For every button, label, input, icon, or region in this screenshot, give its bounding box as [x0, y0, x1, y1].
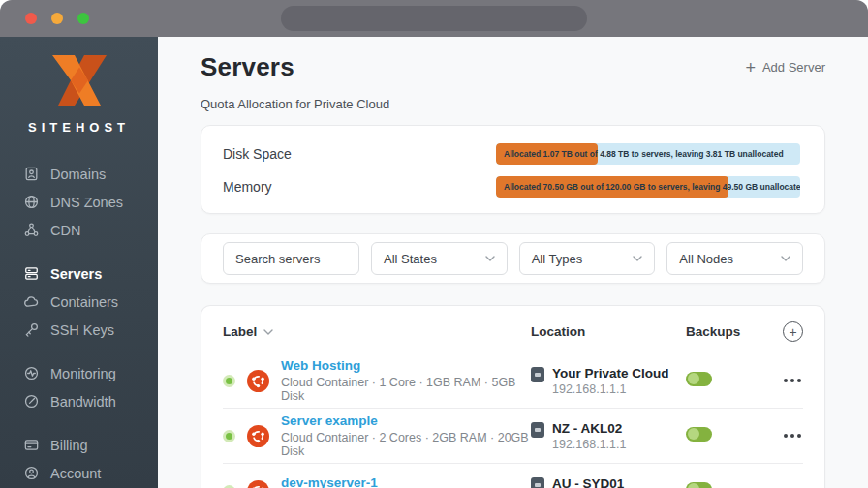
quota-card: Disk Space Allocated 1.07 TB out of 4.88…	[201, 125, 825, 214]
status-online-icon	[223, 430, 235, 442]
sidebar-item-domains[interactable]: Domains	[23, 160, 158, 188]
row-actions-menu[interactable]	[773, 434, 803, 438]
backups-toggle[interactable]	[686, 482, 712, 488]
quota-label: Disk Space	[223, 146, 292, 162]
id-card-icon	[23, 166, 40, 182]
plus-icon: +	[745, 59, 756, 76]
nodes-filter-value: All Nodes	[679, 252, 733, 266]
sidebar-item-servers[interactable]: Servers	[23, 259, 158, 288]
column-backups-text: Backups	[686, 324, 740, 339]
quota-row-disk: Disk Space Allocated 1.07 TB out of 4.88…	[223, 143, 800, 165]
table-row: dev-myserver-1 Linux VPS · 2 Cores · 3GB…	[202, 464, 824, 488]
ubuntu-logo-icon	[247, 370, 269, 392]
location-ip: 192.168.1.1.1	[552, 438, 626, 451]
ubuntu-logo-icon	[247, 425, 269, 447]
sidebar-item-label: Billing	[50, 438, 88, 453]
server-name-link[interactable]: Web Hosting	[281, 358, 531, 373]
sidebar-item-label: DNS Zones	[50, 195, 123, 210]
table-row: Web Hosting Cloud Container · 1 Core · 1…	[202, 353, 824, 408]
ubuntu-logo-icon	[247, 480, 269, 488]
location-name: NZ - AKL02	[552, 421, 626, 436]
minimize-window-button[interactable]	[51, 13, 63, 24]
add-server-button[interactable]: + Add Server	[745, 59, 825, 76]
window-controls	[25, 13, 89, 24]
disk-quota-text: Allocated 1.07 TB out of 4.88 TB to serv…	[504, 143, 784, 165]
chevron-down-icon	[781, 255, 790, 262]
location-name: Your Private Cloud	[552, 366, 669, 381]
sidebar-item-label: Bandwidth	[50, 394, 116, 410]
add-row-button[interactable]: +	[783, 321, 803, 342]
app-window: SITEHOST Domains DNS Zones CDN	[0, 0, 868, 488]
backups-toggle[interactable]	[686, 372, 712, 386]
column-location: Location	[531, 324, 686, 339]
quota-subtitle: Quota Allocation for Private Cloud	[201, 97, 825, 111]
cloud-icon	[23, 293, 40, 310]
credit-card-icon	[23, 437, 40, 453]
server-name-link[interactable]: dev-myserver-1	[281, 475, 524, 488]
row-actions-menu[interactable]	[773, 379, 803, 382]
sidebar: SITEHOST Domains DNS Zones CDN	[0, 37, 158, 488]
sidebar-item-label: Servers	[50, 266, 102, 282]
servers-table: Label Location Backups +	[201, 305, 825, 488]
sidebar-item-account[interactable]: Account	[23, 459, 158, 487]
pulse-icon	[23, 365, 40, 381]
person-circle-icon	[23, 465, 40, 481]
backups-toggle[interactable]	[686, 427, 712, 442]
sidebar-item-label: CDN	[50, 223, 80, 238]
sitehost-logo-icon	[49, 54, 109, 107]
table-header: Label Location Backups +	[202, 306, 824, 353]
server-specs: Cloud Container · 2 Cores · 2GB RAM · 20…	[281, 431, 531, 458]
sort-chevron-icon	[264, 328, 273, 336]
location-icon	[531, 477, 544, 488]
disk-quota-bar: Allocated 1.07 TB out of 4.88 TB to serv…	[496, 143, 800, 165]
location-ip: 192.168.1.1.1	[552, 382, 669, 396]
states-filter-dropdown[interactable]: All States	[371, 242, 508, 275]
url-bar[interactable]	[281, 6, 587, 31]
location-icon	[531, 367, 544, 382]
memory-quota-text: Allocated 70.50 GB out of 120.00 GB to s…	[504, 176, 800, 198]
quota-row-memory: Memory Allocated 70.50 GB out of 120.00 …	[223, 176, 800, 198]
location-icon	[531, 422, 544, 438]
page-title: Servers	[201, 52, 294, 82]
nodes-filter-dropdown[interactable]: All Nodes	[666, 242, 803, 275]
status-online-icon	[223, 485, 235, 488]
types-filter-value: All Types	[532, 252, 583, 266]
globe-icon	[23, 194, 40, 210]
sidebar-nav: Domains DNS Zones CDN Servers	[0, 160, 158, 488]
status-online-icon	[223, 375, 235, 387]
column-label[interactable]: Label	[223, 324, 531, 339]
chevron-down-icon	[633, 255, 642, 262]
gauge-icon	[23, 393, 40, 410]
server-icon	[23, 265, 40, 282]
maximize-window-button[interactable]	[78, 13, 89, 24]
search-input[interactable]	[223, 242, 359, 275]
sidebar-item-label: Domains	[50, 167, 106, 182]
column-backups: Backups	[686, 324, 773, 339]
main-content: Servers + Add Server Quota Allocation fo…	[158, 37, 868, 488]
nodes-icon	[23, 222, 40, 238]
brand-name: SITEHOST	[0, 120, 158, 135]
memory-quota-bar: Allocated 70.50 GB out of 120.00 GB to s…	[496, 176, 800, 198]
titlebar	[0, 0, 868, 37]
server-name-link[interactable]: Server example	[281, 413, 531, 428]
close-window-button[interactable]	[25, 13, 37, 24]
sidebar-item-bandwidth[interactable]: Bandwidth	[23, 387, 158, 415]
column-location-text: Location	[531, 324, 585, 339]
brand-block: SITEHOST	[0, 54, 158, 135]
sidebar-item-ssh-keys[interactable]: SSH Keys	[23, 316, 158, 344]
table-row: Server example Cloud Container · 2 Cores…	[202, 409, 824, 463]
sidebar-item-monitoring[interactable]: Monitoring	[23, 359, 158, 387]
sidebar-item-dns-zones[interactable]: DNS Zones	[23, 188, 158, 216]
column-label-text: Label	[223, 324, 257, 339]
types-filter-dropdown[interactable]: All Types	[519, 242, 656, 275]
states-filter-value: All States	[384, 252, 437, 266]
sidebar-item-billing[interactable]: Billing	[23, 431, 158, 459]
sidebar-item-label: Containers	[50, 294, 118, 310]
sidebar-item-label: Monitoring	[50, 366, 116, 381]
sidebar-item-containers[interactable]: Containers	[23, 288, 158, 316]
server-specs: Cloud Container · 1 Core · 1GB RAM · 5GB…	[281, 376, 531, 403]
key-icon	[23, 321, 40, 338]
filters-card: All States All Types All Nodes	[201, 233, 825, 284]
sidebar-item-cdn[interactable]: CDN	[23, 216, 158, 244]
quota-label: Memory	[223, 179, 272, 195]
